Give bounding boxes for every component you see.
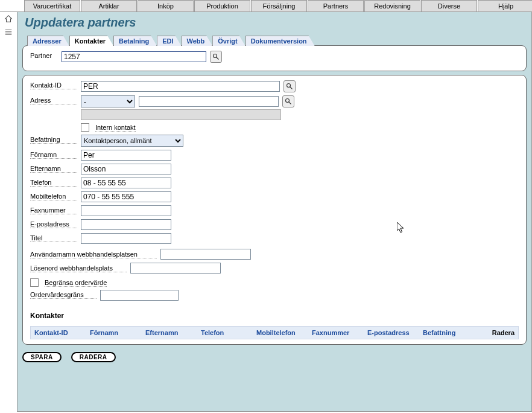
partner-panel: Partner	[22, 45, 527, 71]
kontakt-id-label: Kontakt-ID	[30, 80, 77, 89]
th-fornamn[interactable]: Förnamn	[90, 329, 145, 336]
telefon-label: Telefon	[30, 178, 77, 187]
tab-adresser[interactable]: Adresser	[27, 36, 69, 46]
intern-kontakt-label: Intern kontakt	[95, 124, 136, 132]
epost-input[interactable]	[81, 219, 171, 230]
telefon-input[interactable]	[81, 178, 171, 188]
page-title: Uppdatera partners	[25, 16, 527, 30]
main-area: Uppdatera partners Adresser Kontakter Be…	[17, 12, 532, 412]
adress-readonly	[81, 109, 281, 120]
fornamn-label: Förnamn	[30, 150, 77, 159]
form-panel: Kontakt-ID Adress -	[22, 75, 527, 345]
epost-label: E-postadress	[30, 219, 77, 228]
tab-ovrigt[interactable]: Övrigt	[212, 36, 245, 46]
intern-kontakt-checkbox[interactable]	[81, 123, 89, 132]
web-pass-label: Lösenord webbhandelsplats	[30, 264, 127, 272]
home-icon[interactable]	[4, 14, 13, 24]
th-radera: Radera	[478, 329, 515, 336]
faxnummer-label: Faxnummer	[30, 205, 77, 214]
efternamn-input[interactable]	[81, 164, 171, 174]
list-icon[interactable]	[4, 28, 13, 37]
menu-produktion[interactable]: Produktion	[194, 0, 250, 11]
web-user-label: Användarnamn webbhandelsplatsen	[30, 251, 157, 258]
search-icon	[286, 83, 293, 90]
main-menu: Varucertifikat Artiklar Inköp Produktion…	[0, 0, 532, 12]
menu-varucertifikat[interactable]: Varucertifikat	[24, 0, 80, 11]
adress-input[interactable]	[139, 96, 279, 107]
begransa-label: Begränsa ordervärde	[45, 279, 107, 287]
ordervarde-input[interactable]	[100, 290, 179, 301]
menu-diverse[interactable]: Diverse	[421, 0, 477, 11]
search-icon	[285, 98, 292, 105]
th-kontakt-id[interactable]: Kontakt-ID	[34, 329, 90, 336]
svg-line-7	[290, 87, 293, 89]
menu-hjalp[interactable]: Hjälp	[478, 0, 532, 11]
menu-inkop[interactable]: Inköp	[138, 0, 194, 11]
action-bar: SPARA RADERA	[22, 350, 527, 365]
th-mobil[interactable]: Mobiltelefon	[256, 329, 312, 336]
titel-input[interactable]	[81, 233, 171, 244]
left-rail	[0, 12, 17, 412]
menu-artiklar[interactable]: Artiklar	[81, 0, 137, 11]
tab-webb[interactable]: Webb	[182, 36, 213, 46]
befattning-label: Befattning	[30, 135, 77, 144]
save-button[interactable]: SPARA	[22, 352, 62, 362]
search-icon	[212, 53, 220, 60]
svg-point-4	[214, 54, 217, 58]
faxnummer-input[interactable]	[81, 205, 171, 216]
web-user-input[interactable]	[160, 249, 251, 260]
svg-line-5	[217, 57, 219, 60]
table-header: Kontakt-ID Förnamn Efternamn Telefon Mob…	[30, 326, 519, 339]
kontakt-id-input[interactable]	[81, 81, 280, 92]
kontakt-id-search-button[interactable]	[283, 80, 296, 92]
th-epost[interactable]: E-postadress	[367, 329, 423, 336]
th-befattning[interactable]: Befattning	[423, 329, 478, 336]
menu-partners[interactable]: Partners	[308, 0, 364, 11]
partner-search-button[interactable]	[210, 51, 222, 63]
delete-button[interactable]: RADERA	[71, 352, 116, 362]
begransa-checkbox[interactable]	[30, 278, 39, 287]
tab-dokumentversion[interactable]: Dokumentversion	[245, 36, 315, 46]
adress-label: Adress	[30, 95, 77, 104]
th-telefon[interactable]: Telefon	[201, 329, 256, 336]
section-title-kontakter: Kontakter	[30, 312, 519, 320]
partner-label: Partner	[30, 51, 58, 59]
th-fax[interactable]: Faxnummer	[312, 329, 367, 336]
partner-input[interactable]	[62, 51, 206, 62]
adress-select[interactable]: -	[81, 95, 135, 107]
tab-edi[interactable]: EDI	[157, 36, 181, 46]
menu-forsaljning[interactable]: Försäljning	[251, 0, 307, 11]
svg-line-9	[289, 102, 291, 104]
titel-label: Titel	[30, 233, 77, 242]
tab-betalning[interactable]: Betalning	[113, 36, 157, 46]
mobiltelefon-label: Mobiltelefon	[30, 191, 77, 200]
mobiltelefon-input[interactable]	[81, 191, 171, 202]
fornamn-input[interactable]	[81, 150, 171, 161]
befattning-select[interactable]: Kontaktperson, allmänt	[81, 135, 183, 147]
svg-point-8	[286, 99, 290, 103]
web-pass-input[interactable]	[130, 263, 221, 274]
th-efternamn[interactable]: Efternamn	[145, 329, 201, 336]
subtabs: Adresser Kontakter Betalning EDI Webb Öv…	[27, 36, 527, 46]
ordervarde-label: Ordervärdesgräns	[30, 290, 97, 299]
efternamn-label: Efternamn	[30, 164, 77, 173]
tab-kontakter[interactable]: Kontakter	[69, 36, 113, 46]
menu-redovisning[interactable]: Redovisning	[364, 0, 420, 11]
svg-point-6	[287, 84, 291, 88]
adress-search-button[interactable]	[282, 95, 294, 107]
